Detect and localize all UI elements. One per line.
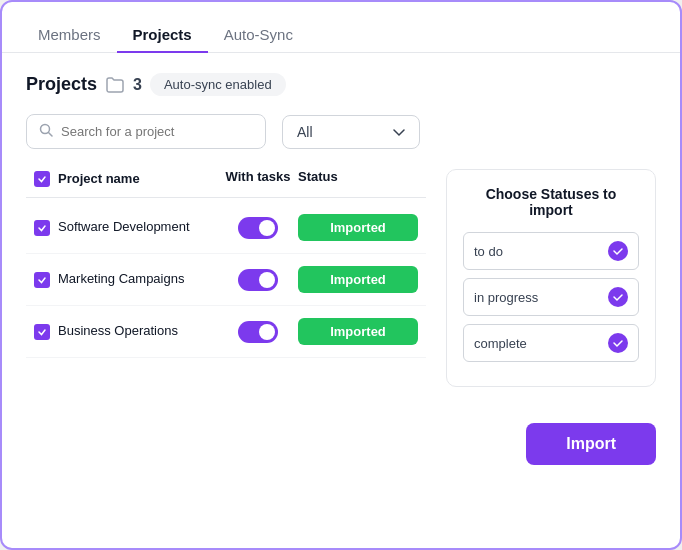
search-input[interactable]: [61, 124, 253, 139]
toggle-2[interactable]: [218, 269, 298, 291]
col-status: Status: [298, 169, 418, 187]
select-all-checkbox[interactable]: [34, 171, 50, 187]
main-window: Members Projects Auto-Sync Projects 3 Au…: [0, 0, 682, 550]
filter-dropdown[interactable]: All: [282, 115, 420, 149]
project-name-cell: Software Development: [34, 218, 218, 236]
status-label-inprogress: in progress: [474, 290, 538, 305]
status-check-complete: [608, 333, 628, 353]
import-button[interactable]: Import: [526, 423, 656, 465]
row-checkbox-2[interactable]: [34, 272, 50, 288]
content-area: Projects 3 Auto-sync enabled: [2, 53, 680, 407]
toggle-3[interactable]: [218, 321, 298, 343]
project-name-2: Marketing Campaigns: [58, 270, 184, 288]
status-label-todo: to do: [474, 244, 503, 259]
footer: Import: [2, 407, 680, 485]
status-item-complete[interactable]: complete: [463, 324, 639, 362]
page-title: Projects: [26, 74, 97, 95]
svg-line-1: [49, 133, 53, 137]
project-name-cell: Marketing Campaigns: [34, 270, 218, 288]
status-badge-3: Imported: [298, 318, 418, 345]
col-project-name: Project name: [34, 169, 218, 187]
table-header: Project name With tasks Status: [26, 169, 426, 198]
project-name-3: Business Operations: [58, 322, 178, 340]
status-item-todo[interactable]: to do: [463, 232, 639, 270]
toggle-1[interactable]: [218, 217, 298, 239]
auto-sync-badge: Auto-sync enabled: [150, 73, 286, 96]
projects-table: Project name With tasks Status Software …: [26, 169, 426, 387]
header-checkbox[interactable]: Project name: [34, 169, 140, 187]
chevron-down-icon: [393, 124, 405, 140]
row-checkbox-1[interactable]: [34, 220, 50, 236]
table-row: Business Operations Imported: [26, 306, 426, 358]
project-name-1: Software Development: [58, 218, 190, 236]
status-panel-title: Choose Statuses to import: [463, 186, 639, 218]
search-icon: [39, 123, 53, 140]
status-panel: Choose Statuses to import to do in progr…: [446, 169, 656, 387]
main-area: Project name With tasks Status Software …: [26, 169, 656, 387]
toolbar: All: [26, 114, 656, 149]
folder-icon: [105, 76, 125, 94]
project-name-cell: Business Operations: [34, 322, 218, 340]
projects-header: Projects 3 Auto-sync enabled: [26, 73, 656, 96]
tab-projects[interactable]: Projects: [117, 18, 208, 53]
status-item-inprogress[interactable]: in progress: [463, 278, 639, 316]
status-badge-2: Imported: [298, 266, 418, 293]
status-check-inprogress: [608, 287, 628, 307]
table-row: Software Development Imported: [26, 202, 426, 254]
tab-members[interactable]: Members: [22, 18, 117, 53]
status-badge-1: Imported: [298, 214, 418, 241]
projects-count: 3: [133, 76, 142, 94]
row-checkbox-3[interactable]: [34, 324, 50, 340]
col-with-tasks: With tasks: [218, 169, 298, 187]
status-label-complete: complete: [474, 336, 527, 351]
status-check-todo: [608, 241, 628, 261]
search-box[interactable]: [26, 114, 266, 149]
tab-bar: Members Projects Auto-Sync: [2, 2, 680, 53]
filter-value: All: [297, 124, 313, 140]
tab-auto-sync[interactable]: Auto-Sync: [208, 18, 309, 53]
table-row: Marketing Campaigns Imported: [26, 254, 426, 306]
